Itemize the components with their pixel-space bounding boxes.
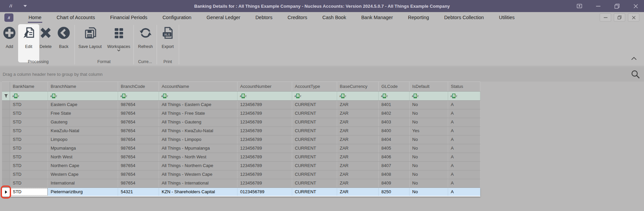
cell-isdefault[interactable]: No <box>410 153 448 161</box>
table-row[interactable]: STDNorth West987654All Things - North We… <box>2 153 480 162</box>
column-header-branchcode[interactable]: BranchCode <box>118 82 159 91</box>
cell-status[interactable]: A <box>448 188 480 196</box>
cell-accountnumber[interactable]: 0123456789 <box>237 188 292 196</box>
cell-branchcode[interactable]: 987654 <box>118 118 159 126</box>
cell-bankname[interactable]: STD <box>10 127 48 135</box>
cell-branchcode[interactable]: 987654 <box>118 179 159 188</box>
cell-basecurrency[interactable]: ZAR <box>337 188 379 196</box>
workspaces-button[interactable]: Workspaces <box>104 24 133 51</box>
cell-bankname[interactable]: STD <box>10 188 48 196</box>
column-header-accounttype[interactable]: AccountType <box>292 82 337 91</box>
tab-configuration[interactable]: Configuration <box>162 12 192 23</box>
cell-accounttype[interactable]: CURRENT <box>292 153 337 161</box>
filter-cell-bankname[interactable]: aBc <box>10 92 48 100</box>
cell-accounttype[interactable]: CURRENT <box>292 109 337 118</box>
cell-accountname[interactable]: All Things - Northern Cape <box>159 162 237 170</box>
cell-status[interactable]: A <box>448 170 480 179</box>
cell-accountnumber[interactable]: 123456789 <box>237 109 292 118</box>
cell-basecurrency[interactable]: ZAR <box>337 136 379 144</box>
filter-cell-branchname[interactable]: aBc <box>48 92 118 100</box>
cell-status[interactable]: A <box>448 144 480 153</box>
tab-general-ledger[interactable]: General Ledger <box>206 12 241 23</box>
cell-basecurrency[interactable]: ZAR <box>337 109 379 118</box>
cell-accountname[interactable]: All Things - Western Cape <box>159 170 237 179</box>
cell-bankname[interactable]: STD <box>10 109 48 118</box>
cell-accountname[interactable]: All Things - Free State <box>159 109 237 118</box>
cell-accountnumber[interactable]: 123456789 <box>237 162 292 170</box>
cell-isdefault[interactable]: No <box>410 118 448 126</box>
add-button[interactable]: Add <box>2 24 17 51</box>
cell-accounttype[interactable]: CURRENT <box>292 136 337 144</box>
cell-branchcode[interactable]: 987654 <box>118 101 159 109</box>
cell-basecurrency[interactable]: ZAR <box>337 101 379 109</box>
cell-branchname[interactable]: KwaZulu-Natal <box>48 127 118 135</box>
cell-branchname[interactable]: Western Cape <box>48 170 118 179</box>
restore-icon[interactable] <box>614 13 625 21</box>
column-header-status[interactable]: Status <box>448 82 480 91</box>
table-row[interactable]: STDInternational987654All Things - Inter… <box>2 179 480 188</box>
cell-accounttype[interactable]: CURRENT <box>292 162 337 170</box>
cell-isdefault[interactable]: No <box>410 101 448 109</box>
filter-cell-isdefault[interactable]: aBc <box>410 92 448 100</box>
cell-basecurrency[interactable]: ZAR <box>337 170 379 179</box>
cell-branchname[interactable]: International <box>48 179 118 188</box>
cell-accountname[interactable]: All Things - Gauteng <box>159 118 237 126</box>
column-header-bankname[interactable]: BankName <box>10 82 48 91</box>
filter-cell-basecurrency[interactable]: aBc <box>337 92 379 100</box>
back-button[interactable]: Back <box>55 24 73 51</box>
table-row[interactable]: STDMpumalanga987654All Things - Mpumalan… <box>2 144 480 153</box>
cell-isdefault[interactable]: No <box>410 179 448 188</box>
tab-cash-book[interactable]: Cash Book <box>322 12 347 23</box>
cell-bankname[interactable]: STD <box>10 118 48 126</box>
app-button[interactable]: /i <box>4 13 13 22</box>
cell-glcode[interactable]: 8401 <box>379 101 410 109</box>
tab-debtors[interactable]: Debtors <box>255 12 273 23</box>
cell-isdefault[interactable]: No <box>410 188 448 196</box>
cell-glcode[interactable]: 8400 <box>379 127 410 135</box>
cell-status[interactable]: A <box>448 162 480 170</box>
cell-branchname[interactable]: Eastern Cape <box>48 101 118 109</box>
filter-cell-status[interactable]: aBc <box>448 92 480 100</box>
cell-branchcode[interactable]: 987654 <box>118 170 159 179</box>
cell-branchname[interactable]: Pietermariztburg <box>48 188 118 196</box>
table-row[interactable]: STDFree State987654All Things - Free Sta… <box>2 109 480 118</box>
cell-bankname[interactable]: STD <box>10 101 48 109</box>
cell-basecurrency[interactable]: ZAR <box>337 153 379 161</box>
cell-branchcode[interactable]: 987654 <box>118 109 159 118</box>
cell-accountname[interactable]: All Things - Eastern Cape <box>159 101 237 109</box>
cell-status[interactable]: A <box>448 179 480 188</box>
cell-bankname[interactable]: STD <box>10 136 48 144</box>
table-row[interactable]: STDGauteng987654All Things - Gauteng1234… <box>2 118 480 127</box>
cell-branchname[interactable]: North West <box>48 153 118 161</box>
cell-status[interactable]: A <box>448 101 480 109</box>
refresh-button[interactable]: Refresh <box>135 24 156 51</box>
cell-branchcode[interactable]: 987654 <box>118 144 159 153</box>
edit-button[interactable]: Edit <box>18 24 39 62</box>
cell-glcode[interactable]: 8250 <box>379 188 410 196</box>
filter-cell-branchcode[interactable]: aBc <box>118 92 159 100</box>
cell-accountnumber[interactable]: 123456789 <box>237 179 292 188</box>
cell-glcode[interactable]: 8409 <box>379 179 410 188</box>
save-layout-button[interactable]: Save Layout <box>76 24 104 51</box>
column-header-branchname[interactable]: BranchName <box>48 82 118 91</box>
tab-bank-manager[interactable]: Bank Manager <box>361 12 393 23</box>
collapse-ribbon-icon[interactable] <box>631 57 637 60</box>
column-header-basecurrency[interactable]: BaseCurrency <box>337 82 379 91</box>
cell-branchname[interactable]: Free State <box>48 109 118 118</box>
cell-status[interactable]: A <box>448 153 480 161</box>
cell-isdefault[interactable]: No <box>410 144 448 153</box>
minimize-icon[interactable] <box>593 2 603 10</box>
table-row[interactable]: STDWestern Cape987654All Things - Wester… <box>2 170 480 179</box>
delete-button[interactable]: Delete <box>37 24 54 51</box>
column-header-glcode[interactable]: GLCode <box>379 82 410 91</box>
cell-glcode[interactable]: 8403 <box>379 118 410 126</box>
cell-branchname[interactable]: Gauteng <box>48 118 118 126</box>
cell-accountnumber[interactable]: 123456789 <box>237 153 292 161</box>
cell-basecurrency[interactable]: ZAR <box>337 144 379 153</box>
restore-icon[interactable] <box>612 2 622 10</box>
close-icon[interactable] <box>628 13 639 21</box>
cell-basecurrency[interactable]: ZAR <box>337 179 379 188</box>
cell-basecurrency[interactable]: ZAR <box>337 127 379 135</box>
cell-bankname[interactable]: STD <box>10 170 48 179</box>
tab-reporting[interactable]: Reporting <box>407 12 430 23</box>
